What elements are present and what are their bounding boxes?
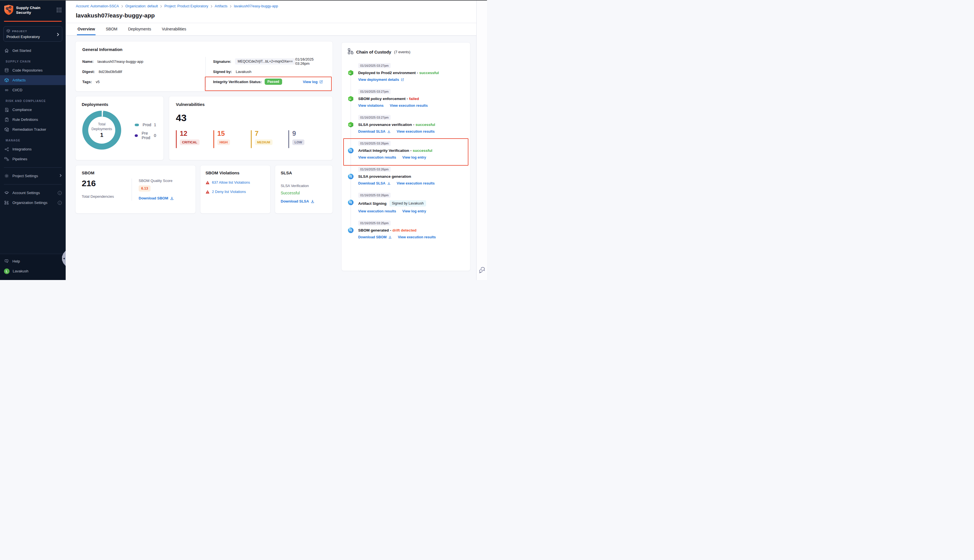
view-log-entry-link[interactable]: View log entry [402, 209, 426, 213]
sbom-violations-title: SBOM Violations [205, 170, 265, 175]
app-switcher-grid-icon[interactable] [57, 7, 62, 14]
download-slsa-link[interactable]: Download SLSA [281, 199, 315, 203]
download-slsa-link[interactable]: Download SLSA [358, 130, 390, 133]
breadcrumb-organization-link[interactable]: Organization: default [125, 4, 158, 8]
remediation-box-icon [4, 127, 9, 132]
total-dependencies-label: Total Dependencies [82, 194, 132, 198]
deployments-title: Deployments [82, 102, 157, 107]
chain-timeline: ∞ 01/16/2025 03:27pm Deployed to Prod2 e… [348, 63, 464, 246]
info-icon[interactable]: i [58, 191, 62, 195]
coc-event-slsa-provenance-verification: ∞ 01/16/2025 03:27pm SLSA provenance ver… [348, 115, 464, 140]
allow-list-violations-link[interactable]: 637 Allow list Violations [212, 180, 250, 185]
sidebar-nav: Get Started SUPPLY CHAIN Code Repositori… [0, 46, 66, 208]
download-sbom-link[interactable]: Download SBOM [358, 235, 392, 239]
svg-text:!: ! [207, 191, 208, 193]
view-execution-results-link[interactable]: View execution results [397, 130, 435, 133]
legend-prod: Prod 1 [135, 120, 157, 129]
sidebar-item-help[interactable]: ? Help [0, 256, 66, 266]
compliance-document-icon [4, 108, 9, 112]
content-area: General Information Name:lavakush07/easy… [66, 35, 487, 280]
slsa-verification-status: Successful [281, 191, 327, 195]
breadcrumb-account-link[interactable]: Account: Automation-SSCA [76, 4, 119, 8]
download-icon [310, 200, 315, 203]
breadcrumb-project-link[interactable]: Project: Product Exploratory [164, 4, 208, 8]
name-label: Name: [82, 60, 93, 64]
sidebar-item-user[interactable]: L Lavakush [0, 266, 66, 276]
user-name: Lavakush [13, 269, 28, 273]
event-timestamp: 01/16/2025 03:26pm [358, 167, 390, 172]
sidebar-footer: ? Help L Lavakush [0, 254, 66, 280]
sidebar-item-remediation-tracker[interactable]: Remediation Tracker [0, 125, 66, 134]
clipboard-check-icon [4, 117, 9, 122]
tab-deployments[interactable]: Deployments [128, 23, 152, 35]
allow-list-violations-row: ! 637 Allow list Violations [205, 180, 265, 185]
scan-event-icon [348, 148, 354, 153]
code-repository-icon [4, 68, 9, 73]
event-status: successful [413, 148, 432, 153]
breadcrumb-artifacts-link[interactable]: Artifacts [215, 4, 227, 8]
view-execution-results-link[interactable]: View execution results [358, 155, 396, 160]
page-header: Account: Automation-SSCA Organization: d… [66, 0, 487, 35]
info-icon[interactable]: i [58, 201, 62, 205]
chevron-right-icon [57, 32, 59, 37]
sidebar-item-rule-definitions[interactable]: Rule Definitions [0, 115, 66, 125]
tab-overview[interactable]: Overview [77, 23, 95, 35]
event-status: successful [419, 71, 439, 75]
sidebar-item-project-settings[interactable]: Project Settings [0, 171, 66, 181]
sidebar-item-compliance[interactable]: Compliance [0, 105, 66, 115]
infinity-cicd-icon: ∞ [4, 88, 9, 92]
download-icon [389, 235, 392, 239]
brand-accent-divider [4, 21, 62, 22]
slsa-card: SLSA SLSA Verification Successful Downlo… [275, 165, 333, 213]
event-status: successful [415, 123, 435, 127]
chain-of-custody-panel: Chain of Custody (7 events) ∞ 01/16/2025… [341, 42, 470, 271]
tab-sbom[interactable]: SBOM [105, 23, 118, 35]
severity-critical: 12CRITICAL [176, 130, 213, 148]
section-supply-chain: SUPPLY CHAIN [0, 55, 66, 65]
app-title: Supply Chain Security [16, 6, 54, 15]
view-execution-results-link[interactable]: View execution results [390, 104, 428, 108]
download-sbom-link[interactable]: Download SBOM [138, 196, 174, 200]
breadcrumb: Account: Automation-SSCA Organization: d… [66, 0, 487, 9]
prod-legend-swatch [135, 124, 139, 126]
sidebar-item-code-repositories[interactable]: Code Repositories [0, 65, 66, 75]
vertical-divider [205, 57, 206, 87]
view-log-link[interactable]: View log [303, 80, 323, 84]
sidebar-item-account-settings[interactable]: Account Settings i [0, 188, 66, 198]
view-violations-link[interactable]: View violations [358, 104, 384, 108]
sidebar-item-organization-settings[interactable]: Organization Settings i [0, 198, 66, 208]
view-log-entry-link[interactable]: View log entry [402, 155, 426, 160]
medium-count: 7 [255, 130, 259, 137]
project-selector[interactable]: PROJECT Product Exploratory [3, 26, 62, 42]
sidebar-divider [4, 184, 62, 185]
view-deployment-details-link[interactable]: View deployment details [358, 78, 404, 82]
view-execution-results-link[interactable]: View execution results [398, 235, 436, 239]
breadcrumb-current-artifact-link[interactable]: lavakush07/easy-buggy-app [234, 4, 278, 8]
download-icon [170, 196, 174, 200]
download-icon [387, 130, 390, 133]
tab-vulnerabilities[interactable]: Vulnerabilities [161, 23, 187, 35]
sidebar-item-artifacts[interactable]: Artifacts [0, 75, 66, 85]
sidebar-item-get-started[interactable]: Get Started [0, 46, 66, 55]
download-slsa-link[interactable]: Download SLSA [358, 182, 390, 185]
support-chat-icon[interactable] [479, 267, 485, 274]
signed-by-badge: Signed by Lavakush [390, 200, 426, 207]
sbom-violations-card: SBOM Violations ! 637 Allow list Violati… [200, 165, 270, 213]
sidebar-item-integrations[interactable]: Integrations [0, 144, 66, 154]
sidebar: Supply Chain Security PROJECT [0, 0, 66, 280]
deny-list-violations-link[interactable]: 2 Deny list Violations [212, 190, 246, 194]
svg-text:∞: ∞ [349, 123, 351, 127]
event-timestamp: 01/16/2025 03:26pm [358, 193, 390, 198]
main-area: Account: Automation-SSCA Organization: d… [66, 0, 487, 280]
svg-text:!: ! [207, 182, 208, 184]
view-execution-results-link[interactable]: View execution results [397, 182, 435, 185]
event-title: SBOM generated [358, 228, 389, 232]
sidebar-item-cicd[interactable]: ∞ CI/CD [0, 85, 66, 95]
severity-medium: 7MEDIUM [251, 130, 288, 148]
event-timestamp: 01/16/2025 03:27pm [358, 115, 390, 120]
sidebar-item-pipelines[interactable]: Pipelines [0, 154, 66, 164]
name-value: lavakush07/easy-buggy-app [97, 60, 143, 64]
view-execution-results-link[interactable]: View execution results [358, 209, 396, 213]
coc-event-artifact-signing: 01/16/2025 03:26pm Artifact SigningSigne… [348, 192, 464, 220]
event-timestamp: 01/16/2025 03:26pm [358, 141, 390, 146]
